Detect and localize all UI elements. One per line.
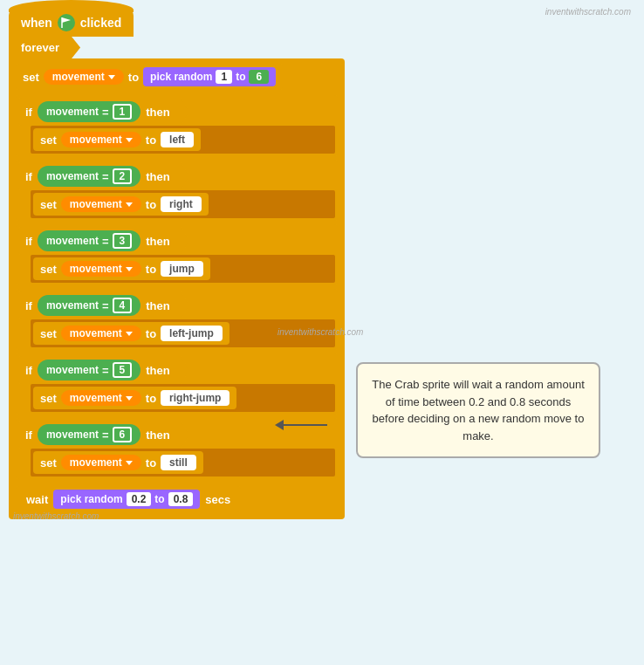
set-inner-1[interactable]: set movement to left (33, 128, 201, 151)
svg-marker-1 (62, 17, 71, 23)
to-inner-label-5: to (146, 392, 156, 405)
movement-inner-label-6: movement (70, 456, 122, 469)
condition-movement-label-5: movement (46, 364, 99, 376)
secs-label: secs (205, 493, 230, 506)
eq-2: = (102, 170, 109, 183)
if-body-6: set movement to still (31, 449, 335, 476)
movement-var-inner-2[interactable]: movement (61, 196, 141, 212)
set-inner-label-6: set (40, 456, 57, 470)
to-inner-label-6: to (146, 456, 156, 470)
movement-var-main[interactable]: movement (44, 69, 124, 85)
num-val-5[interactable]: 5 (113, 362, 133, 378)
condition-1[interactable]: movement = 1 (38, 101, 140, 122)
dropdown-arrow-main (108, 75, 115, 79)
if-block-3: if movement = 3 then set movement (16, 224, 338, 285)
dropdown-arrow-inner-1 (126, 138, 133, 142)
movement-inner-label-3: movement (70, 263, 122, 275)
set-inner-label-5: set (40, 392, 57, 405)
value-pill-4: left-jump (161, 326, 223, 341)
if-body-2: set movement to right (31, 190, 335, 218)
if-label-3: if (25, 235, 32, 248)
wait-pick-random[interactable]: pick random 0.2 to 0.8 (53, 490, 200, 509)
movement-var-inner-1[interactable]: movement (61, 132, 141, 147)
value-pill-6: still (161, 455, 196, 470)
value-pill-2: right (161, 196, 202, 212)
to-inner-label-1: to (146, 134, 156, 147)
set-inner-label-2: set (40, 198, 57, 211)
pick-random-label: pick random (150, 71, 212, 83)
set-inner-4[interactable]: set movement to left-jump (33, 322, 230, 345)
if-row-5[interactable]: if movement = 5 then (18, 356, 189, 384)
set-inner-label-3: set (40, 263, 57, 276)
pick-num2[interactable]: 6 (249, 70, 269, 84)
to-inner-label-4: to (146, 327, 156, 340)
num-val-4[interactable]: 4 (113, 298, 133, 313)
movement-var-label-main: movement (52, 71, 105, 83)
movement-var-inner-6[interactable]: movement (61, 455, 141, 470)
value-pill-1: left (161, 132, 194, 147)
condition-movement-label-1: movement (46, 106, 99, 118)
num-val-3[interactable]: 3 (113, 233, 133, 249)
dropdown-arrow-inner-6 (126, 461, 133, 465)
set-inner-2[interactable]: set movement to right (33, 193, 209, 216)
movement-var-inner-4[interactable]: movement (61, 326, 141, 341)
if-body-5: set movement to right-jump (31, 384, 335, 412)
clicked-label: clicked (80, 16, 121, 30)
set-inner-3[interactable]: set movement to jump (33, 257, 210, 280)
wait-num1[interactable]: 0.2 (127, 492, 152, 506)
if-block-5: if movement = 5 then set movement (16, 353, 338, 415)
wait-block[interactable]: wait pick random 0.2 to 0.8 secs (16, 486, 241, 512)
movement-inner-label-2: movement (70, 198, 122, 210)
set-inner-6[interactable]: set movement to still (33, 451, 203, 474)
forever-label: forever (21, 41, 59, 54)
forever-block[interactable]: forever (9, 37, 80, 58)
condition-4[interactable]: movement = 4 (38, 295, 140, 316)
movement-inner-label-4: movement (70, 327, 122, 339)
when-label: when (21, 16, 52, 30)
pick-random-block[interactable]: pick random 1 to 6 (143, 67, 276, 86)
hat-block[interactable]: when clicked (9, 9, 134, 37)
dropdown-arrow-inner-4 (126, 332, 133, 336)
then-label-2: then (146, 170, 169, 183)
if-row-3[interactable]: if movement = 3 then (18, 227, 189, 255)
then-label-3: then (146, 235, 169, 248)
if-row-4[interactable]: if movement = 4 then (18, 291, 189, 319)
dropdown-arrow-inner-3 (126, 267, 133, 271)
movement-inner-label-5: movement (70, 392, 122, 404)
num-val-6[interactable]: 6 (113, 427, 133, 442)
if-row-2[interactable]: if movement = 2 then (18, 162, 189, 190)
if-block-1: if movement = 1 then set movement (16, 95, 338, 156)
eq-5: = (102, 364, 109, 377)
value-pill-3: jump (161, 261, 203, 277)
condition-2[interactable]: movement = 2 (38, 166, 140, 187)
set-inner-label-1: set (40, 134, 57, 147)
set-inner-5[interactable]: set movement to right-jump (33, 387, 236, 409)
movement-var-inner-3[interactable]: movement (61, 261, 141, 277)
if-row-6[interactable]: if movement = 6 then (18, 421, 189, 449)
condition-movement-label-3: movement (46, 235, 99, 247)
wait-num2[interactable]: 0.8 (168, 492, 194, 506)
if-label-1: if (25, 106, 32, 119)
num-val-1[interactable]: 1 (113, 104, 133, 120)
tooltip-text: The Crab sprite will wait a random amoun… (372, 378, 585, 442)
condition-6[interactable]: movement = 6 (38, 424, 140, 445)
if-label-5: if (25, 364, 32, 377)
pick-num1[interactable]: 1 (216, 70, 232, 84)
eq-1: = (102, 106, 109, 119)
then-label-4: then (146, 299, 169, 312)
dropdown-arrow-inner-5 (126, 396, 133, 401)
condition-movement-label-2: movement (46, 170, 99, 182)
to-label-main: to (128, 71, 139, 84)
watermark-top: inventwithscratch.com (545, 7, 631, 17)
condition-3[interactable]: movement = 3 (38, 230, 140, 251)
pick-to-label: to (236, 71, 245, 83)
set-block-main[interactable]: set movement to pick random 1 to 6 (16, 64, 283, 90)
condition-5[interactable]: movement = 5 (38, 360, 140, 380)
wait-label: wait (26, 493, 48, 506)
set-inner-label-4: set (40, 327, 57, 340)
if-label-4: if (25, 299, 32, 312)
if-row-1[interactable]: if movement = 1 then (18, 98, 189, 126)
movement-var-inner-5[interactable]: movement (61, 390, 141, 406)
num-val-2[interactable]: 2 (113, 168, 133, 184)
eq-4: = (102, 299, 109, 312)
